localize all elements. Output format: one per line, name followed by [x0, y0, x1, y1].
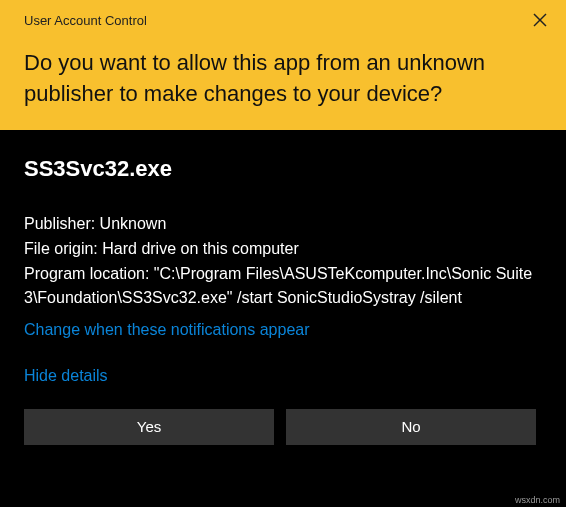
publisher-label: Publisher: [24, 215, 100, 232]
change-notifications-link[interactable]: Change when these notifications appear [24, 321, 542, 339]
header-panel: User Account Control Do you want to allo… [0, 0, 566, 130]
body-panel: SS3Svc32.exe Publisher: Unknown File ori… [0, 130, 566, 507]
prompt-question: Do you want to allow this app from an un… [24, 48, 554, 110]
window-title: User Account Control [24, 13, 147, 28]
publisher-value: Unknown [100, 215, 167, 232]
app-name: SS3Svc32.exe [24, 156, 542, 182]
close-button[interactable] [526, 6, 554, 34]
origin-value: Hard drive on this computer [102, 240, 299, 257]
no-button[interactable]: No [286, 409, 536, 445]
close-icon [533, 13, 547, 27]
uac-dialog: User Account Control Do you want to allo… [0, 0, 566, 507]
yes-button[interactable]: Yes [24, 409, 274, 445]
watermark: wsxdn.com [515, 495, 560, 505]
hide-details-link[interactable]: Hide details [24, 367, 542, 385]
publisher-row: Publisher: Unknown [24, 212, 542, 236]
details-block: Publisher: Unknown File origin: Hard dri… [24, 212, 542, 311]
origin-row: File origin: Hard drive on this computer [24, 237, 542, 261]
titlebar: User Account Control [24, 6, 554, 48]
button-row: Yes No [24, 409, 542, 445]
location-row: Program location: "C:\Program Files\ASUS… [24, 262, 542, 310]
origin-label: File origin: [24, 240, 102, 257]
location-label: Program location: [24, 265, 154, 282]
